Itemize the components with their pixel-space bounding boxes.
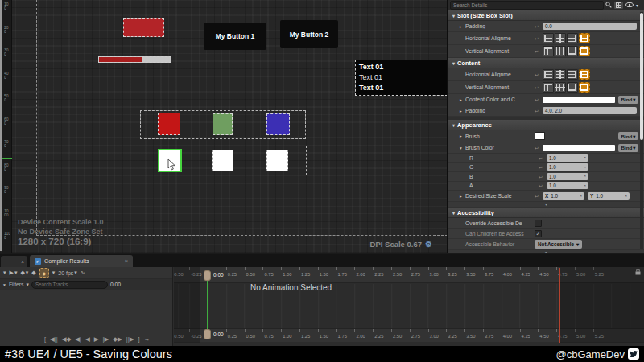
content-color-swatch[interactable] [543, 97, 615, 103]
halign-left-button[interactable] [543, 69, 554, 80]
chevron-down-icon[interactable]: ▾ [3, 269, 6, 276]
playhead-grip[interactable] [204, 329, 211, 339]
expander-icon[interactable]: ▸ [460, 24, 465, 29]
loop-mode-button[interactable]: → [144, 335, 151, 343]
valign-fill-button[interactable] [579, 46, 590, 56]
set-playback-end-button[interactable]: ] [138, 335, 140, 343]
dial-icon[interactable]: ◔ [624, 194, 627, 199]
designer-canvas[interactable]: 10020030040050060070080090010001100 My B… [0, 0, 448, 253]
desired-y-field[interactable]: Y 1.0 ◔ [588, 192, 630, 200]
halign-center-button[interactable] [555, 69, 566, 80]
scrollbar-thumb[interactable] [640, 13, 643, 140]
dial-icon[interactable]: ◔ [583, 174, 586, 179]
play-forward-button[interactable]: ▶ [94, 335, 99, 343]
key-options-button[interactable]: ◆ [31, 269, 35, 276]
reset-icon[interactable]: ↩ [535, 35, 543, 41]
timeline-area[interactable]: -0.50 -0.25 0.25 0.50 0.75 1.00 1.25 [174, 267, 644, 346]
tab-compiler-results[interactable]: ✓ Compiler Results × [30, 255, 133, 267]
jump-to-end-button[interactable]: ||▶ [126, 335, 134, 343]
valign-top-button[interactable] [543, 46, 554, 56]
category-content[interactable]: ▾ Content [448, 58, 644, 68]
blue-square-widget[interactable] [266, 113, 290, 135]
reset-icon[interactable]: ↩ [535, 72, 543, 77]
white-square-widget[interactable] [212, 150, 233, 171]
red-square-widget[interactable] [158, 113, 180, 135]
category-slot[interactable]: ▾ Slot (Size Box Slot) [448, 10, 644, 21]
property-matrix-button[interactable] [613, 1, 624, 10]
halign-left-button[interactable] [543, 33, 554, 43]
dial-icon[interactable]: ◔ [583, 155, 586, 160]
override-accessible-checkbox[interactable] [535, 220, 542, 227]
bind-button[interactable]: Bind ▾ [618, 132, 638, 140]
progress-bar-widget[interactable] [98, 56, 171, 63]
curve-editor-button[interactable]: ∿ [80, 269, 85, 276]
reset-icon[interactable]: ↩ [535, 97, 543, 102]
reset-icon[interactable]: ↩ [535, 84, 543, 90]
snap-toggle-button[interactable]: ◆ [39, 268, 49, 278]
add-key-button[interactable]: ◆ [20, 269, 24, 276]
valign-top-button[interactable] [543, 82, 554, 93]
halign-fill-button[interactable] [579, 69, 590, 80]
expander-icon[interactable]: ▸ [460, 97, 465, 102]
desired-x-field[interactable]: X 1.0 ◔ [543, 192, 584, 200]
expander-icon[interactable]: ▸ [460, 109, 465, 113]
chevron-down-icon[interactable]: ▾ [14, 269, 18, 276]
halign-center-button[interactable] [555, 33, 566, 43]
reset-icon[interactable]: ↩ [535, 23, 543, 29]
expander-icon[interactable]: ▸ [460, 194, 465, 199]
channel-value-field[interactable]: 1.0 ◔ [547, 173, 588, 180]
reset-icon[interactable]: ↩ [535, 48, 543, 54]
reset-icon[interactable]: ↩ [539, 155, 547, 161]
text-block-widget[interactable]: Text 01 Text 01 Text 01 [355, 60, 448, 96]
category-appearance[interactable]: ▾ Appearance [448, 120, 644, 130]
current-time-field[interactable]: 0.00 [110, 282, 121, 287]
my-button-1[interactable]: My Button 1 [204, 23, 266, 50]
brush-color-swatch[interactable] [543, 145, 615, 151]
padding-value-field[interactable]: 0.0 [543, 23, 637, 30]
reset-icon[interactable]: ↩ [539, 183, 547, 188]
accessible-behavior-dropdown[interactable]: Not Accessible ▾ [535, 240, 582, 249]
play-reverse-button[interactable]: ◀ [85, 335, 90, 343]
expander-icon[interactable]: ▸ [460, 134, 465, 138]
next-key-button[interactable]: ◆▶ [113, 335, 122, 343]
expander-icon[interactable]: ▾ [460, 146, 465, 150]
fps-dropdown[interactable]: 20 fps [58, 270, 73, 276]
valign-bottom-button[interactable] [567, 82, 578, 93]
brush-swatch[interactable] [535, 132, 545, 140]
reset-icon[interactable]: ↩ [535, 145, 543, 150]
reset-icon[interactable]: ↩ [535, 108, 543, 113]
dial-icon[interactable]: ◔ [583, 165, 586, 170]
dial-icon[interactable]: ◔ [579, 194, 582, 199]
green-square-widget[interactable] [213, 113, 233, 135]
playback-end-marker[interactable] [559, 268, 560, 343]
valign-bottom-button[interactable] [567, 46, 578, 56]
category-accessibility[interactable]: ▾ Accessibility [448, 208, 644, 218]
reset-icon[interactable]: ↩ [535, 193, 543, 199]
prev-key-button[interactable]: ◀◆ [62, 335, 72, 343]
advanced-expander[interactable]: ▾ [448, 202, 644, 208]
filters-dropdown[interactable]: Filters [9, 282, 24, 287]
playhead-grip[interactable] [204, 270, 211, 281]
close-icon[interactable]: × [21, 259, 24, 265]
chevron-down-icon[interactable]: ▾ [26, 269, 29, 276]
halign-right-button[interactable] [567, 33, 578, 43]
halign-right-button[interactable] [567, 69, 578, 80]
search-details-input[interactable] [450, 1, 604, 10]
play-button[interactable]: ▶ [10, 269, 14, 276]
chevron-down-icon[interactable]: ▾ [52, 269, 56, 276]
step-back-button[interactable]: ◀| [75, 335, 81, 343]
valign-center-button[interactable] [555, 46, 566, 56]
search-tracks-input[interactable] [31, 281, 108, 289]
reset-icon[interactable]: ↩ [539, 174, 547, 179]
dial-icon[interactable]: ◔ [583, 183, 586, 188]
bind-button[interactable]: Bind ▾ [618, 144, 638, 152]
can-children-checkbox[interactable]: ✓ [535, 230, 542, 237]
valign-fill-button[interactable] [579, 82, 590, 93]
red-image-widget[interactable] [123, 18, 164, 37]
chevron-down-icon[interactable]: ▾ [636, 2, 638, 8]
channel-value-field[interactable]: 1.0 ◔ [547, 163, 588, 171]
close-icon[interactable]: × [125, 257, 128, 265]
eye-icon[interactable] [625, 2, 634, 8]
valign-center-button[interactable] [555, 82, 566, 93]
my-button-2[interactable]: My Button 2 [280, 20, 338, 48]
